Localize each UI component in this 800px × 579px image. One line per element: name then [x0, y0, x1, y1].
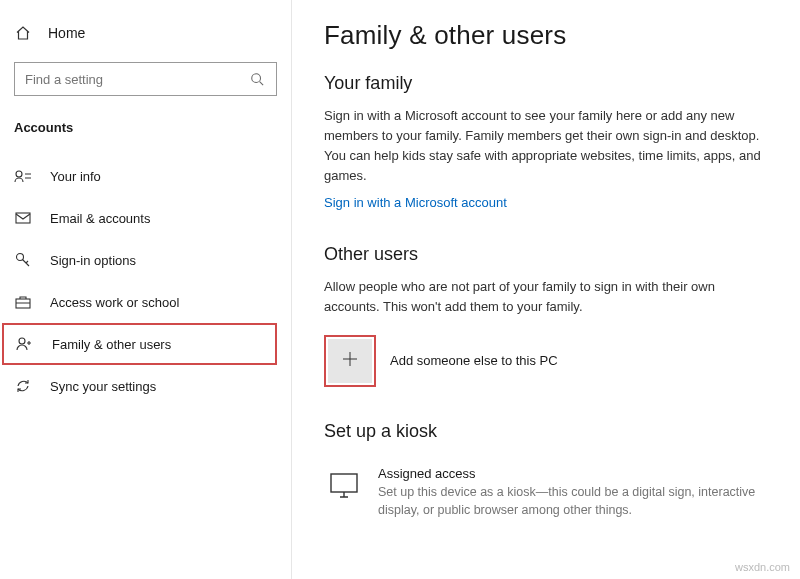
mail-icon	[14, 209, 32, 227]
sidebar: Home Accounts Your info Email	[0, 0, 292, 579]
svg-point-5	[19, 338, 25, 344]
section-accounts: Accounts	[0, 96, 291, 149]
svg-point-1	[16, 171, 22, 177]
watermark: wsxdn.com	[735, 561, 790, 573]
page-title: Family & other users	[324, 20, 770, 51]
add-button-highlight	[324, 335, 376, 387]
svg-point-3	[17, 254, 24, 261]
nav-list: Your info Email & accounts Sign-in optio…	[0, 149, 291, 407]
other-users-heading: Other users	[324, 244, 770, 265]
briefcase-icon	[14, 293, 32, 311]
sidebar-item-label: Sync your settings	[50, 379, 156, 394]
kiosk-heading: Set up a kiosk	[324, 421, 770, 442]
sidebar-item-family-other-users[interactable]: Family & other users	[2, 323, 277, 365]
sidebar-item-label: Family & other users	[52, 337, 171, 352]
home-button[interactable]: Home	[0, 18, 291, 56]
add-user-label: Add someone else to this PC	[390, 353, 558, 368]
assigned-access-row[interactable]: Assigned access Set up this device as a …	[324, 454, 770, 519]
assigned-access-description: Set up this device as a kiosk—this could…	[378, 483, 758, 519]
key-icon	[14, 251, 32, 269]
svg-rect-2	[16, 213, 30, 223]
search-input[interactable]	[25, 72, 248, 87]
add-user-button[interactable]	[328, 339, 372, 383]
sidebar-item-your-info[interactable]: Your info	[0, 155, 291, 197]
assigned-access-title: Assigned access	[378, 466, 758, 481]
sidebar-item-label: Email & accounts	[50, 211, 150, 226]
other-users-description: Allow people who are not part of your fa…	[324, 277, 764, 317]
search-box[interactable]	[14, 62, 277, 96]
home-label: Home	[48, 25, 85, 41]
sidebar-item-sync-settings[interactable]: Sync your settings	[0, 365, 291, 407]
monitor-icon	[324, 466, 364, 506]
sync-icon	[14, 377, 32, 395]
plus-icon	[341, 350, 359, 371]
sidebar-item-signin-options[interactable]: Sign-in options	[0, 239, 291, 281]
add-user-row[interactable]: Add someone else to this PC	[324, 335, 770, 387]
sidebar-item-label: Access work or school	[50, 295, 179, 310]
signin-microsoft-link[interactable]: Sign in with a Microsoft account	[324, 195, 507, 210]
people-plus-icon	[16, 335, 34, 353]
search-icon	[248, 70, 266, 88]
sidebar-item-access-work-school[interactable]: Access work or school	[0, 281, 291, 323]
person-card-icon	[14, 167, 32, 185]
sidebar-item-label: Sign-in options	[50, 253, 136, 268]
your-family-description: Sign in with a Microsoft account to see …	[324, 106, 764, 187]
svg-point-0	[252, 74, 261, 83]
svg-rect-6	[331, 474, 357, 492]
main-content: Family & other users Your family Sign in…	[292, 0, 800, 579]
your-family-heading: Your family	[324, 73, 770, 94]
sidebar-item-email-accounts[interactable]: Email & accounts	[0, 197, 291, 239]
assigned-access-text: Assigned access Set up this device as a …	[378, 466, 758, 519]
sidebar-item-label: Your info	[50, 169, 101, 184]
home-icon	[14, 24, 32, 42]
